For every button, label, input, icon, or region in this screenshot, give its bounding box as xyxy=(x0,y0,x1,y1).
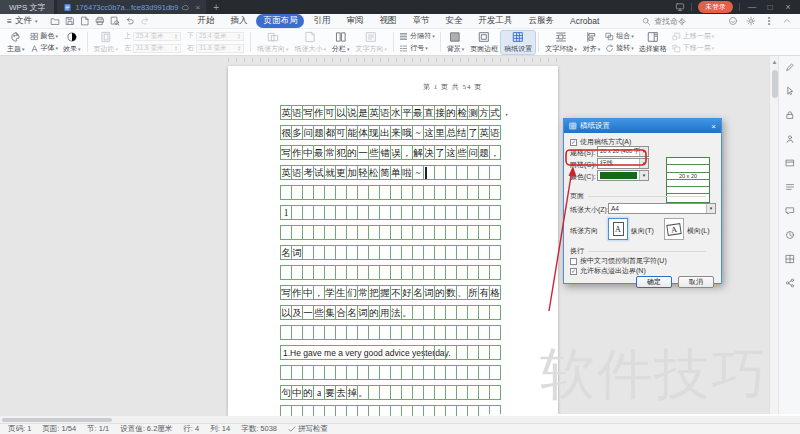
tab-close-icon[interactable]: × xyxy=(195,3,200,12)
grid-row[interactable] xyxy=(280,225,512,240)
menu-tab-安全[interactable]: 安全 xyxy=(438,14,469,28)
landscape-option[interactable]: A xyxy=(664,218,684,240)
ribbon-效果-button[interactable]: 效果▾ xyxy=(60,31,84,54)
grid-row[interactable]: 以及一些集合名词的用法。 xyxy=(280,305,512,320)
grid-row[interactable]: 英语写作可以说是英语水平最直接的检测方式， xyxy=(280,105,512,120)
ribbon-纸张方向-button: 纸张方向▾ xyxy=(254,31,292,54)
document-tab[interactable]: 176473cc0b7a...fce83d991db9 × xyxy=(57,0,206,14)
comment-tool[interactable] xyxy=(785,206,795,216)
menu-tab-章节[interactable]: 章节 xyxy=(405,14,436,28)
open-folder-button[interactable] xyxy=(50,16,60,26)
comment-icon xyxy=(785,206,795,216)
split-window-icon[interactable] xyxy=(675,2,685,12)
share-tool[interactable] xyxy=(785,278,795,288)
collapse-ribbon-button[interactable] xyxy=(782,16,792,26)
horizontal-ruler xyxy=(228,58,558,62)
undo-button[interactable] xyxy=(125,16,135,26)
grid-row[interactable]: 1 xyxy=(280,205,512,220)
ribbon-旋转-button[interactable]: 旋转▾ xyxy=(605,43,634,53)
ribbon-选择窗格-button[interactable]: 选择窗格 xyxy=(636,31,670,54)
ribbon-稿纸设置-button[interactable]: 稿纸设置 xyxy=(501,31,535,54)
document-page[interactable]: 第 1 页 共 54 页 英语写作可以说是英语水平最直接的检测方式，很多问题都可… xyxy=(228,66,558,416)
grid-row[interactable] xyxy=(280,325,512,340)
history-icon xyxy=(785,230,795,240)
more-button[interactable] xyxy=(764,16,774,26)
grid-row[interactable]: 名词 xyxy=(280,245,512,260)
ribbon-分栏-button[interactable]: 分栏▾ xyxy=(329,31,353,54)
ribbon-行号-button[interactable]: 行号▾ xyxy=(399,43,435,53)
ribbon-组合-button[interactable]: 组合▾ xyxy=(605,31,634,41)
horizontal-scroll-thumb[interactable] xyxy=(2,418,112,422)
menu-tab-云服务[interactable]: 云服务 xyxy=(521,14,561,28)
cancel-button[interactable]: 取消 xyxy=(678,276,714,288)
select-tool[interactable] xyxy=(785,86,795,96)
ribbon-颜色-button[interactable]: 颜色▾ xyxy=(30,31,59,41)
save-button[interactable] xyxy=(65,16,75,26)
menu-tab-审阅[interactable]: 审阅 xyxy=(339,14,370,28)
ribbon-主题-button[interactable]: 主题▾ xyxy=(4,31,28,54)
ribbon-文字环绕-button[interactable]: 文字环绕▾ xyxy=(542,31,580,54)
menu-tab-引用[interactable]: 引用 xyxy=(306,14,337,28)
wps-app-button[interactable]: WPS 文字 xyxy=(0,0,54,14)
assign-tool[interactable] xyxy=(785,134,795,144)
grid-row[interactable]: 1.He gave me a very good advice yesterda… xyxy=(280,345,512,360)
grid-type-label: 网格(G): xyxy=(570,160,596,170)
scroll-up-icon[interactable]: ▲ xyxy=(771,58,778,67)
grid-color-dropdown[interactable]: ▼ xyxy=(597,170,649,181)
maximize-button[interactable]: □ xyxy=(764,2,776,12)
portrait-option[interactable]: A xyxy=(608,218,628,240)
spellcheck-button[interactable]: 拼写检查 xyxy=(288,424,328,434)
grid-row[interactable]: 写作中，学生们常把握不好名词的数、所有格 xyxy=(280,285,512,300)
grid-row[interactable]: 写作中最常犯的一些错误，解决了这些问题， xyxy=(280,145,512,160)
card-tool[interactable] xyxy=(785,158,795,168)
menu-tab-插入[interactable]: 插入 xyxy=(223,14,254,28)
menu-tab-Acrobat[interactable]: Acrobat xyxy=(563,15,606,27)
export-pdf-button[interactable] xyxy=(80,16,90,26)
find-command[interactable]: 查找命令 xyxy=(642,16,686,27)
menu-tab-开始[interactable]: 开始 xyxy=(190,14,221,28)
grid-row[interactable] xyxy=(280,185,512,200)
dialog-titlebar[interactable]: 稿纸设置 × xyxy=(564,119,721,133)
paper-size-dropdown[interactable]: A4 ▼ xyxy=(608,203,716,214)
ribbon-字体-button[interactable]: 字体▾ xyxy=(30,43,59,53)
outline-tool[interactable] xyxy=(785,182,795,192)
horizontal-scrollbar[interactable] xyxy=(0,416,800,423)
redo-button[interactable] xyxy=(140,16,150,26)
grid-tool[interactable] xyxy=(785,254,795,264)
wrap-option2-checkbox[interactable]: ✓ xyxy=(570,268,577,275)
history-tool[interactable] xyxy=(785,230,795,240)
edit-tool[interactable] xyxy=(785,62,795,72)
settings-gear-button[interactable] xyxy=(746,16,756,26)
grid-row[interactable] xyxy=(280,405,512,416)
print-button[interactable] xyxy=(95,16,105,26)
use-manuscript-checkbox[interactable]: ✓ xyxy=(570,139,577,146)
skin-button[interactable] xyxy=(728,16,738,26)
new-tab-button[interactable]: + xyxy=(206,2,226,13)
ribbon-页面边框-button[interactable]: 页面边框 xyxy=(467,31,501,54)
grid-row[interactable]: 很多问题都可能体现出来哦~这里总结了英语 xyxy=(280,125,512,140)
ribbon-分隔符-button[interactable]: 分隔符▾ xyxy=(399,31,435,41)
wrap-option1-checkbox[interactable] xyxy=(570,258,577,265)
menu-tab-视图[interactable]: 视图 xyxy=(372,14,403,28)
lock-tool[interactable] xyxy=(785,110,795,120)
ribbon-背景-button[interactable]: 背景▾ xyxy=(444,31,468,54)
grid-row[interactable]: 英语考试就更加轻松简单啦~ xyxy=(280,165,512,180)
colors-icon xyxy=(30,32,39,41)
grid-type-dropdown[interactable]: 行线 ▼ xyxy=(597,158,649,169)
ok-button[interactable]: 确定 xyxy=(636,276,672,288)
minimize-button[interactable]: — xyxy=(746,2,758,12)
login-status-badge[interactable]: 未登录 xyxy=(698,1,733,13)
grid-row[interactable] xyxy=(280,365,512,380)
spec-dropdown[interactable]: 20 x 20 (400 字) ▼ xyxy=(597,146,649,157)
grid-row[interactable] xyxy=(280,265,512,280)
vertical-scrollbar[interactable]: ▲ xyxy=(769,56,778,416)
file-menu-button[interactable]: ≡ 文件 ▾ xyxy=(0,15,44,27)
close-button[interactable]: × xyxy=(782,2,794,12)
menu-tab-页面布局[interactable]: 页面布局 xyxy=(256,14,304,28)
dialog-close-icon[interactable]: × xyxy=(711,122,716,131)
print-preview-button[interactable] xyxy=(110,16,120,26)
vertical-scroll-thumb[interactable] xyxy=(772,70,778,98)
menu-tab-开发工具[interactable]: 开发工具 xyxy=(471,14,519,28)
grid-row[interactable]: 句中的a要去掉。 xyxy=(280,385,512,400)
ribbon-对齐-button[interactable]: 对齐▾ xyxy=(580,31,604,54)
